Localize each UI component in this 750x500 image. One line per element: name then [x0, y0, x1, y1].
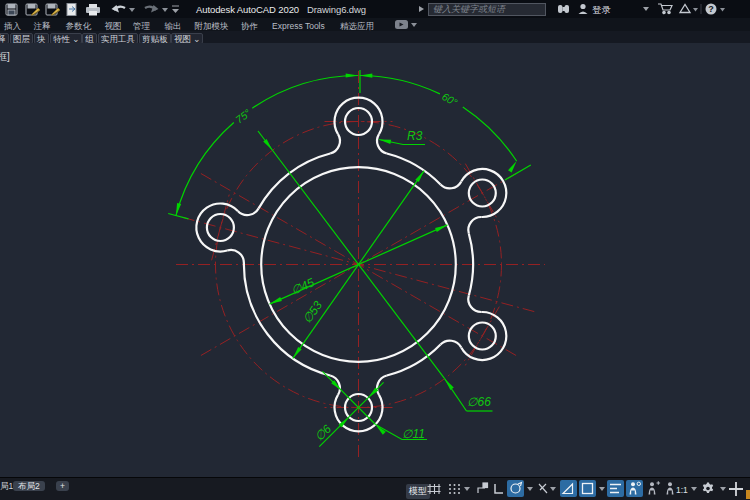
svg-text:?: ? — [708, 4, 714, 14]
